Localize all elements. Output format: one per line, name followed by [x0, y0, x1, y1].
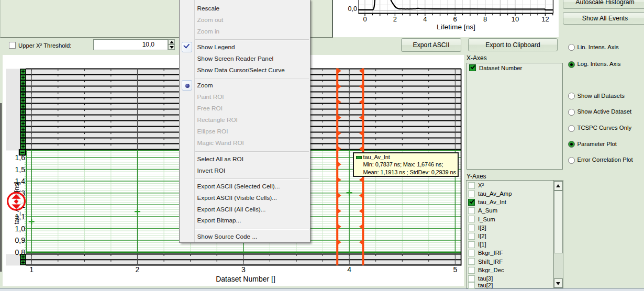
svg-text:0: 0	[363, 15, 367, 23]
svg-text:0,0: 0,0	[348, 5, 357, 13]
svg-text:1: 1	[29, 265, 34, 274]
svg-text:10: 10	[512, 15, 519, 23]
svg-text:1,5: 1,5	[15, 165, 26, 174]
svg-text:5: 5	[453, 265, 458, 274]
svg-text:8: 8	[483, 15, 487, 23]
svg-text:Lifetime [ns]: Lifetime [ns]	[437, 23, 475, 31]
svg-text:4: 4	[423, 15, 427, 23]
svg-text:0,9: 0,9	[15, 236, 26, 244]
svg-text:1,6: 1,6	[15, 153, 26, 162]
svg-text:Dataset Number []: Dataset Number []	[216, 275, 275, 283]
svg-text:3: 3	[241, 265, 246, 274]
svg-text:1,0: 1,0	[15, 225, 26, 233]
svg-text:12: 12	[541, 15, 549, 23]
svg-text:4: 4	[347, 265, 351, 274]
svg-text:6: 6	[453, 15, 457, 23]
svg-text:0,8: 0,8	[15, 248, 26, 256]
svg-text:2: 2	[393, 15, 397, 23]
svg-text:2: 2	[136, 265, 140, 274]
